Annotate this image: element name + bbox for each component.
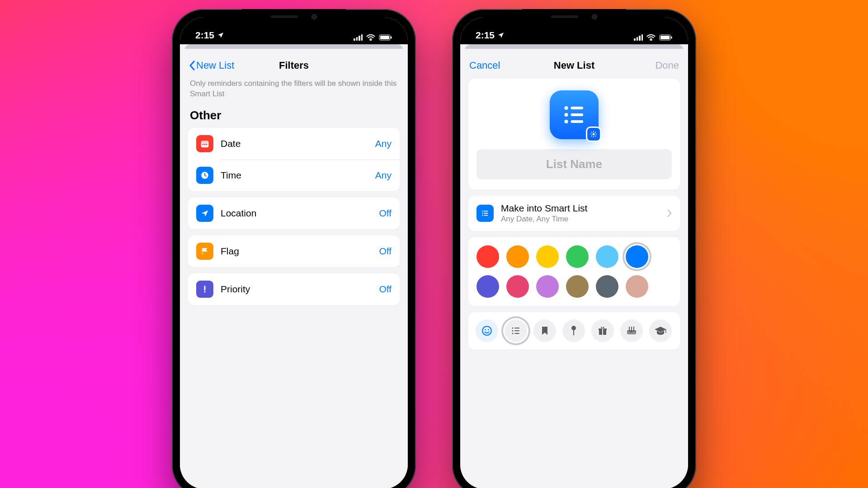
svg-point-44: [629, 327, 630, 328]
svg-point-27: [485, 329, 486, 330]
chevron-right-icon: [667, 209, 672, 217]
list-app-icon: [550, 90, 599, 139]
notch: [522, 9, 626, 24]
icon-choice-list[interactable]: [505, 319, 527, 342]
flag-icon: [196, 243, 213, 260]
list-icon-preview-card: List Name: [468, 79, 680, 189]
list-name-input[interactable]: List Name: [476, 149, 672, 179]
back-label: New List: [196, 60, 234, 71]
color-swatch[interactable]: [506, 245, 529, 268]
filter-label: Flag: [221, 246, 372, 257]
color-swatch[interactable]: [566, 245, 589, 268]
icon-choice-pin[interactable]: [562, 319, 585, 342]
svg-rect-21: [484, 211, 488, 212]
navbar-title: Filters: [259, 60, 329, 71]
filter-row-time[interactable]: Time Any: [188, 160, 400, 191]
color-swatch[interactable]: [596, 275, 618, 298]
svg-rect-41: [629, 328, 630, 330]
filters-hint: Only reminders containing the filters wi…: [188, 76, 400, 107]
smart-badge-gear-icon: [586, 127, 601, 142]
svg-rect-34: [514, 333, 519, 334]
location-arrow-icon: [196, 205, 213, 222]
location-services-icon: [217, 32, 224, 39]
color-swatch[interactable]: [506, 275, 529, 298]
navbar-filters: New List Filters: [180, 52, 408, 76]
back-button[interactable]: New List: [189, 60, 259, 71]
svg-point-28: [488, 329, 489, 330]
color-swatch[interactable]: [536, 245, 559, 268]
filter-label: Time: [221, 170, 368, 181]
svg-point-46: [633, 327, 634, 328]
filter-row-date[interactable]: Date Any: [188, 128, 400, 160]
icon-choice-grad[interactable]: [649, 319, 672, 342]
phone-left: 2:15 New List Filters Only reminders con…: [172, 9, 416, 488]
svg-point-19: [593, 133, 595, 136]
svg-rect-1: [380, 36, 389, 39]
status-time: 2:15: [195, 30, 214, 41]
svg-point-33: [512, 333, 514, 334]
screen-left: 2:15 New List Filters Only reminders con…: [180, 17, 408, 488]
svg-rect-25: [484, 215, 488, 216]
icon-picker: [468, 312, 680, 349]
filter-row-flag[interactable]: Flag Off: [188, 235, 400, 267]
cell-signal-icon: [634, 34, 643, 41]
filter-row-location[interactable]: Location Off: [188, 197, 400, 229]
wifi-icon: [646, 34, 656, 41]
cell-signal-icon: [354, 34, 363, 41]
color-swatch[interactable]: [536, 275, 559, 298]
color-swatch[interactable]: [596, 245, 618, 268]
svg-point-24: [482, 215, 483, 216]
svg-rect-32: [514, 330, 519, 331]
make-smart-list-row[interactable]: Make into Smart List Any Date, Any Time: [468, 196, 680, 231]
color-swatch[interactable]: [566, 275, 589, 298]
svg-rect-36: [573, 330, 574, 335]
svg-point-31: [512, 330, 514, 332]
svg-point-22: [482, 213, 483, 214]
color-picker: [468, 237, 680, 306]
color-swatch[interactable]: [476, 275, 499, 298]
svg-point-17: [565, 120, 568, 123]
svg-point-26: [482, 326, 491, 335]
icon-choice-bookmark[interactable]: [533, 319, 556, 342]
filter-value: Any: [375, 138, 392, 149]
priority-icon: [196, 281, 213, 298]
cancel-button[interactable]: Cancel: [469, 60, 539, 71]
svg-point-29: [512, 328, 514, 329]
chevron-left-icon: [189, 61, 195, 70]
filter-value: Any: [375, 170, 392, 181]
icon-choice-gift[interactable]: [591, 319, 614, 342]
svg-rect-43: [633, 328, 634, 330]
svg-point-35: [571, 326, 576, 330]
list-bullets-icon: [561, 101, 588, 128]
icon-choice-emoji[interactable]: [476, 319, 498, 342]
battery-icon: [659, 34, 673, 41]
smart-title: Make into Smart List: [501, 203, 660, 214]
filter-value: Off: [379, 208, 392, 219]
svg-rect-42: [631, 328, 632, 330]
color-swatch[interactable]: [626, 275, 648, 298]
svg-rect-11: [660, 36, 670, 39]
navbar-title: New List: [539, 60, 609, 71]
smart-list-icon: [476, 205, 494, 222]
svg-rect-12: [671, 37, 672, 39]
svg-rect-18: [571, 120, 584, 123]
clock-icon: [196, 167, 213, 184]
navbar-newlist: Cancel New List Done: [460, 52, 688, 76]
svg-rect-47: [665, 329, 666, 333]
svg-rect-23: [484, 213, 488, 214]
filter-label: Priority: [221, 284, 372, 295]
screen-right: 2:15 Cancel New List Done: [460, 17, 688, 488]
notch: [242, 9, 346, 24]
status-time: 2:15: [476, 30, 495, 41]
location-services-icon: [497, 32, 505, 39]
filter-label: Date: [221, 138, 368, 149]
icon-choice-cake[interactable]: [620, 319, 643, 342]
filter-value: Off: [379, 246, 392, 257]
color-swatch[interactable]: [476, 245, 499, 268]
filter-row-priority[interactable]: Priority Off: [188, 273, 400, 305]
done-button[interactable]: Done: [609, 60, 679, 71]
svg-rect-14: [571, 107, 584, 109]
color-swatch[interactable]: [626, 245, 648, 268]
svg-rect-30: [514, 328, 519, 328]
filter-value: Off: [379, 284, 392, 295]
